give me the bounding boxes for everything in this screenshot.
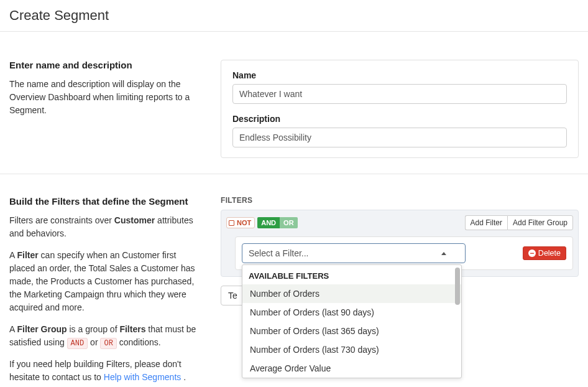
not-toggle[interactable]: NOT [226,217,255,228]
name-input[interactable] [232,84,567,104]
filters-help-4: If you need help building Filters, pleas… [9,358,202,384]
help-with-segments-link[interactable]: Help with Segments [104,372,181,382]
scrollbar[interactable] [455,268,460,305]
page-title: Create Segment [9,7,579,31]
filters-label: FILTERS [221,196,579,205]
filter-row: Select a Filter... AVAILABLE FILTERS Num… [235,236,573,270]
name-description-card: Name Description [221,60,579,158]
filter-select[interactable]: Select a Filter... [242,243,466,263]
or-toggle[interactable]: OR [280,217,298,228]
add-filter-group-button[interactable]: Add Filter Group [507,215,573,230]
filters-help-3: A Filter Group is a group of Filters tha… [9,323,202,349]
filter-group: NOT AND OR Add Filter Add Filter Group S… [221,210,579,277]
and-toggle[interactable]: AND [257,217,280,228]
dropdown-item[interactable]: Number of Orders (last 365 days) [242,322,461,340]
filter-select-value: Select a Filter... [249,248,308,258]
filters-help-1: Filters are constraints over Customer at… [9,214,202,240]
dropdown-item[interactable]: Number of Orders (last 730 days) [242,340,461,359]
dropdown-heading: AVAILABLE FILTERS [242,265,461,284]
filters-section: Build the Filters that define the Segmen… [9,174,579,387]
add-filter-button[interactable]: Add Filter [465,215,507,230]
filter-dropdown: AVAILABLE FILTERS Number of Orders Numbe… [242,264,462,378]
name-description-section: Enter name and description The name and … [9,32,579,158]
name-section-help: The name and description will display on… [9,78,202,117]
checkbox-empty-icon [229,220,234,226]
name-label: Name [232,70,567,80]
caret-up-icon [441,252,446,255]
description-label: Description [232,114,567,124]
description-input[interactable] [232,128,567,147]
dropdown-item[interactable]: Number of Orders (last 90 days) [242,303,461,322]
name-section-heading: Enter name and description [9,60,202,70]
minus-circle-icon: − [528,249,536,257]
delete-filter-button[interactable]: − Delete [523,246,566,260]
test-button[interactable]: Te [221,286,245,305]
dropdown-item[interactable]: Average Order Value [242,359,461,378]
dropdown-item[interactable]: Number of Orders [242,284,461,303]
filters-help-2: A Filter can specify when an Customer fi… [9,249,202,314]
filters-section-heading: Build the Filters that define the Segmen… [9,196,202,207]
